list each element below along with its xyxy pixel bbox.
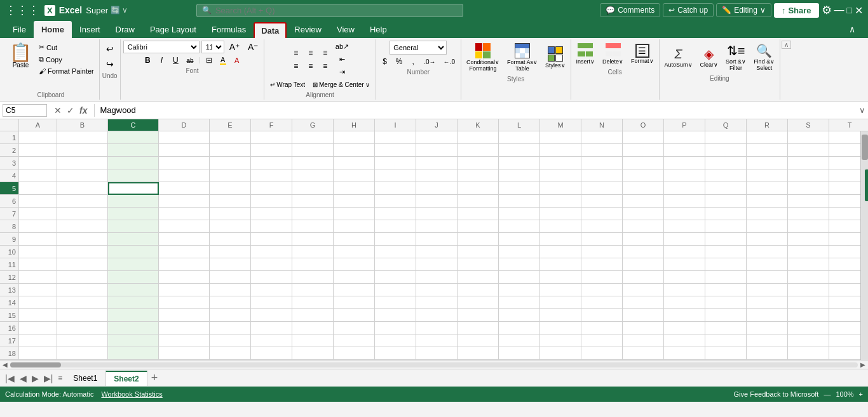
apps-grid-icon[interactable]: ⋮⋮⋮ [5, 3, 39, 17]
cell-S13[interactable] [788, 284, 829, 296]
minimize-button[interactable]: — [834, 4, 844, 16]
cell-H7[interactable] [334, 208, 375, 220]
cell-H8[interactable] [334, 220, 375, 233]
format-painter-button[interactable]: 🖌 Format Painter [36, 66, 97, 76]
cell-R10[interactable] [747, 246, 788, 258]
cell-E17[interactable] [210, 334, 251, 347]
cell-R11[interactable] [747, 258, 788, 271]
col-header-a[interactable]: A [19, 119, 57, 131]
zoom-decrease-button[interactable]: — [824, 390, 831, 398]
cell-M7[interactable] [540, 208, 581, 220]
cell-S16[interactable] [788, 322, 829, 334]
cell-K3[interactable] [458, 157, 499, 169]
cell-B6[interactable] [57, 195, 108, 208]
accounting-format-button[interactable]: $ [379, 56, 391, 67]
cell-H4[interactable] [334, 169, 375, 182]
cell-F18[interactable] [251, 347, 292, 360]
tab-draw[interactable]: Draw [108, 21, 142, 38]
cell-E1[interactable] [210, 131, 251, 144]
cell-B3[interactable] [57, 157, 108, 169]
cell-O15[interactable] [623, 309, 664, 322]
formula-input[interactable] [97, 104, 859, 116]
cell-B5[interactable] [57, 182, 108, 195]
cell-G10[interactable] [292, 246, 334, 258]
cell-N1[interactable] [581, 131, 623, 144]
insert-button[interactable]: Insert∨ [574, 41, 598, 67]
row-header-18[interactable]: 18 [0, 347, 18, 360]
cell-D4[interactable] [159, 169, 210, 182]
cell-N14[interactable] [581, 296, 623, 309]
tab-view[interactable]: View [329, 21, 362, 38]
cell-L11[interactable] [499, 258, 540, 271]
row-header-13[interactable]: 13 [0, 284, 18, 296]
cell-C18[interactable] [108, 347, 159, 360]
cell-B15[interactable] [57, 309, 108, 322]
cell-I1[interactable] [375, 131, 416, 144]
cell-G16[interactable] [292, 322, 334, 334]
cell-M2[interactable] [540, 144, 581, 157]
cell-R12[interactable] [747, 271, 788, 284]
tab-formulas[interactable]: Formulas [204, 21, 254, 38]
cell-E11[interactable] [210, 258, 251, 271]
cell-L10[interactable] [499, 246, 540, 258]
sheet-nav-prev[interactable]: ◀ [17, 373, 29, 383]
cell-F5[interactable] [251, 182, 292, 195]
sheet-nav-next[interactable]: ▶ [29, 373, 41, 383]
cell-D13[interactable] [159, 284, 210, 296]
cell-F17[interactable] [251, 334, 292, 347]
merge-center-button[interactable]: ⊠ Merge & Center ∨ [309, 79, 373, 90]
cell-H14[interactable] [334, 296, 375, 309]
cell-C2[interactable] [108, 144, 159, 157]
cell-G11[interactable] [292, 258, 334, 271]
cell-E18[interactable] [210, 347, 251, 360]
cell-F4[interactable] [251, 169, 292, 182]
cell-D10[interactable] [159, 246, 210, 258]
cell-A10[interactable] [19, 246, 57, 258]
cell-I8[interactable] [375, 220, 416, 233]
cell-C1[interactable] [108, 131, 159, 144]
redo-button[interactable]: ↪ [103, 57, 117, 71]
cell-S6[interactable] [788, 195, 829, 208]
fill-color-button[interactable]: A [217, 55, 229, 66]
cell-L15[interactable] [499, 309, 540, 322]
tab-insert[interactable]: Insert [72, 21, 108, 38]
cell-C3[interactable] [108, 157, 159, 169]
cell-G12[interactable] [292, 271, 334, 284]
cell-I13[interactable] [375, 284, 416, 296]
cell-A14[interactable] [19, 296, 57, 309]
cell-Q3[interactable] [705, 157, 747, 169]
cell-S10[interactable] [788, 246, 829, 258]
cell-G3[interactable] [292, 157, 334, 169]
row-header-6[interactable]: 6 [0, 195, 18, 208]
workbook-stats[interactable]: Workbook Statistics [101, 390, 162, 398]
cell-D3[interactable] [159, 157, 210, 169]
cell-Q12[interactable] [705, 271, 747, 284]
row-header-2[interactable]: 2 [0, 144, 18, 157]
cell-D5[interactable] [159, 182, 210, 195]
cell-M5[interactable] [540, 182, 581, 195]
cell-I5[interactable] [375, 182, 416, 195]
cell-K1[interactable] [458, 131, 499, 144]
cell-K2[interactable] [458, 144, 499, 157]
cell-D7[interactable] [159, 208, 210, 220]
cell-D9[interactable] [159, 233, 210, 246]
cell-J15[interactable] [416, 309, 458, 322]
cell-N18[interactable] [581, 347, 623, 360]
cell-J16[interactable] [416, 322, 458, 334]
cell-O7[interactable] [623, 208, 664, 220]
cell-P16[interactable] [664, 322, 705, 334]
cell-R9[interactable] [747, 233, 788, 246]
cell-J9[interactable] [416, 233, 458, 246]
cell-Q13[interactable] [705, 284, 747, 296]
cell-L3[interactable] [499, 157, 540, 169]
cell-C13[interactable] [108, 284, 159, 296]
cell-O14[interactable] [623, 296, 664, 309]
cell-F8[interactable] [251, 220, 292, 233]
cell-O10[interactable] [623, 246, 664, 258]
cell-E12[interactable] [210, 271, 251, 284]
cell-K8[interactable] [458, 220, 499, 233]
cell-F11[interactable] [251, 258, 292, 271]
sheet-nav-next-next[interactable]: ▶| [41, 373, 56, 383]
cell-B4[interactable] [57, 169, 108, 182]
cell-B16[interactable] [57, 322, 108, 334]
